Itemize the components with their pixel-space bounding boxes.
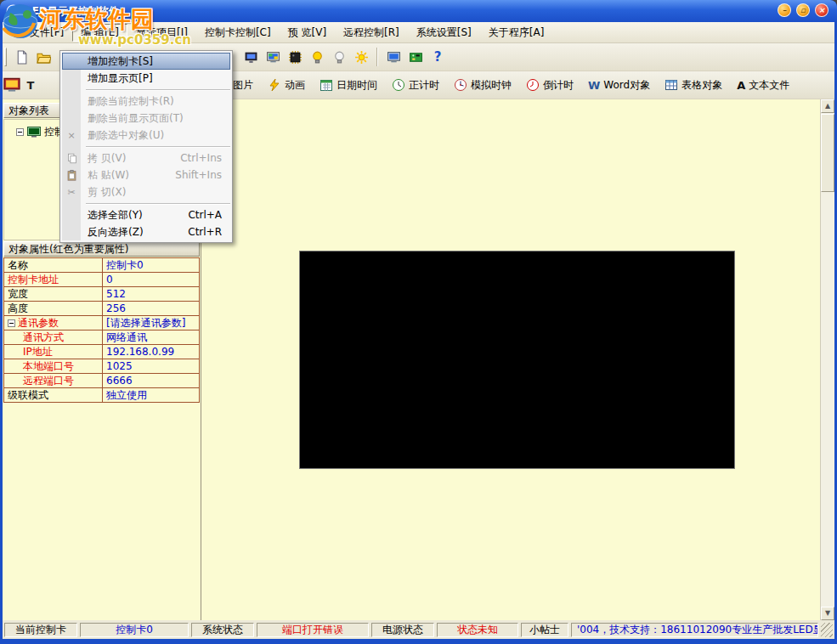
animation-icon (268, 78, 281, 92)
menu-remote-control[interactable]: 远程控制[R] (335, 24, 408, 42)
property-value[interactable]: 1025 (103, 360, 199, 372)
brightness-button[interactable] (351, 47, 371, 67)
property-row: 名称控制卡0 (4, 258, 199, 273)
menuitem-cut[interactable]: ✂ 剪 切(X) (62, 184, 230, 201)
menu-about[interactable]: 关于程序[A] (480, 24, 553, 42)
add-analog-clock-button[interactable]: 模拟时钟 (450, 74, 516, 96)
collapse-minus-icon[interactable] (8, 319, 15, 327)
menu-system-settings[interactable]: 系统设置[S] (408, 24, 480, 42)
statusbar: 当前控制卡 控制卡0 系统状态 端口打开错误 电源状态 状态未知 小帖士 '00… (3, 620, 834, 639)
calendar-icon (320, 78, 333, 92)
new-file-icon (14, 50, 29, 65)
property-name: 宽度 (4, 287, 103, 301)
add-text-file-button[interactable]: A 文本文件 (732, 74, 794, 96)
countdown-clock-icon (526, 78, 540, 92)
menuitem-delete-current-page[interactable]: 删除当前显示页面(T) (62, 110, 230, 127)
scroll-up-button[interactable]: ▲ (821, 99, 834, 113)
collapse-minus-icon[interactable] (16, 128, 24, 136)
minimize-icon: – (783, 6, 787, 14)
property-name: 控制卡地址 (4, 273, 103, 286)
led-screen-preview[interactable] (299, 251, 735, 469)
maximize-button[interactable]: ▫ (796, 3, 810, 17)
property-value[interactable]: 512 (103, 288, 199, 300)
single-line-text-icon[interactable]: T (21, 76, 40, 94)
status-current-card-value: 控制卡0 (80, 623, 189, 637)
window-title: LED显示屏控制软件 (25, 4, 119, 19)
power-on-icon (310, 50, 325, 65)
hardware-button[interactable] (405, 47, 426, 67)
resize-grip[interactable] (821, 623, 833, 637)
menuitem-add-display-page[interactable]: 增加显示页[P] (62, 70, 230, 87)
close-icon: × (818, 6, 825, 14)
power-off-button[interactable] (329, 47, 349, 67)
menu-file[interactable]: 文件[F] (21, 24, 72, 42)
scrollbar-thumb[interactable] (821, 114, 834, 192)
menuitem-invert-selection[interactable]: 反向选择(Z) Ctrl+R (62, 223, 230, 240)
close-button[interactable]: × (815, 3, 829, 17)
menu-separator (62, 201, 230, 206)
toolbar-grip[interactable] (4, 48, 7, 66)
menu-card-control[interactable]: 控制卡控制[C] (196, 24, 280, 42)
add-countdown-button[interactable]: 倒计时 (522, 74, 578, 96)
add-word-object-button[interactable]: W Word对象 (584, 74, 654, 96)
toolbar-separator (376, 48, 378, 66)
property-row: 本地端口号1025 (4, 359, 199, 374)
menuitem-copy[interactable]: 拷 贝(V) Ctrl+Ins (62, 150, 230, 167)
menuitem-delete-current-card[interactable]: 删除当前控制卡(R) (62, 93, 230, 110)
property-value[interactable]: 256 (103, 302, 199, 314)
property-row: 宽度512 (4, 287, 199, 302)
vertical-scrollbar[interactable]: ▲ ▼ (820, 99, 834, 620)
menu-display-items[interactable]: 显示项目[I] (127, 24, 196, 42)
screen-settings-button[interactable] (263, 47, 283, 67)
power-on-button[interactable] (307, 47, 327, 67)
property-name: 高度 (4, 302, 103, 315)
delete-icon: × (62, 130, 81, 141)
menuitem-paste[interactable]: 粘 贴(W) Shift+Ins (62, 167, 230, 184)
scroll-down-button[interactable]: ▼ (821, 607, 834, 620)
table-icon (665, 78, 678, 92)
menu-preview[interactable]: 预 览[V] (280, 24, 335, 42)
property-name: 远程端口号 (4, 374, 103, 387)
add-count-up-button[interactable]: 正计时 (387, 74, 444, 96)
titlebar[interactable]: LED显示屏控制软件 – ▫ × (0, 0, 837, 22)
property-value[interactable]: 6666 (103, 375, 199, 387)
open-folder-button[interactable] (33, 47, 54, 67)
screen-settings-icon (266, 50, 280, 65)
property-row: 高度256 (4, 302, 199, 316)
property-value[interactable]: 网络通讯 (103, 330, 199, 345)
cut-icon: ✂ (62, 187, 81, 198)
property-name: IP地址 (4, 345, 103, 359)
menuitem-add-control-card[interactable]: 增加控制卡[S] (62, 53, 230, 70)
add-datetime-button[interactable]: 日期时间 (315, 74, 382, 96)
edit-menu-popup: 增加控制卡[S] 增加显示页[P] 删除当前控制卡(R) 删除当前显示页面(T)… (59, 50, 233, 243)
add-animation-button[interactable]: 动画 (263, 74, 309, 96)
letter-a-icon: A (737, 79, 745, 92)
property-value[interactable]: 0 (103, 274, 199, 285)
property-value[interactable]: 控制卡0 (103, 258, 199, 273)
maximize-icon: ▫ (800, 6, 806, 14)
send-data-icon (244, 50, 258, 65)
new-file-button[interactable] (11, 47, 31, 67)
menu-separator (62, 144, 230, 150)
program-icon[interactable] (3, 76, 21, 94)
property-name: 级联模式 (4, 388, 103, 402)
display-test-button[interactable] (383, 47, 404, 67)
status-tips-label: 小帖士 (521, 623, 568, 637)
property-value[interactable]: 独立使用 (103, 388, 199, 403)
property-value[interactable]: [请选择通讯参数] (103, 316, 199, 330)
design-canvas[interactable] (202, 99, 820, 620)
menuitem-select-all[interactable]: 选择全部(Y) Ctrl+A (62, 206, 230, 223)
send-data-button[interactable] (240, 47, 261, 67)
minimize-button[interactable]: – (778, 3, 791, 17)
chip-button[interactable] (285, 47, 305, 67)
help-icon: ? (434, 49, 442, 65)
add-table-object-button[interactable]: 表格对象 (660, 74, 727, 96)
help-button[interactable]: ? (427, 47, 448, 67)
count-up-clock-icon (392, 78, 405, 92)
menu-edit[interactable]: 编 辑[E] (72, 24, 127, 42)
property-value[interactable]: 192.168.0.99 (103, 346, 199, 358)
menuitem-delete-selected-object[interactable]: × 删除选中对象(U) (62, 127, 230, 144)
status-power-label: 电源状态 (371, 623, 434, 637)
hardware-icon (409, 50, 423, 65)
power-off-icon (332, 50, 347, 65)
